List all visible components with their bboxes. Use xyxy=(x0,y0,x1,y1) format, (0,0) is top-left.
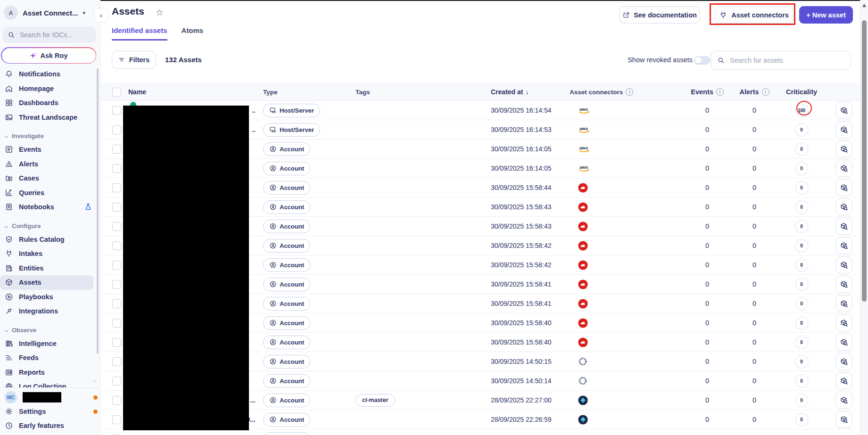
asset-details-button[interactable] xyxy=(835,256,852,273)
sidebar-item-intelligence[interactable]: Intelligence xyxy=(0,337,100,351)
sidebar-item-events[interactable]: Events xyxy=(0,142,100,157)
asset-details-button[interactable] xyxy=(835,102,852,119)
column-header-alerts[interactable]: Alertsi xyxy=(736,88,773,96)
sidebar-item-assets[interactable]: Assets xyxy=(0,275,93,290)
asset-details-button[interactable] xyxy=(835,218,852,235)
info-icon[interactable]: i xyxy=(716,88,724,96)
favorite-star-icon[interactable]: ☆ xyxy=(156,7,164,18)
criticality-badge: 0 xyxy=(795,394,809,407)
workspace-switcher[interactable]: A Asset Connect... ▾ xyxy=(4,6,96,20)
user-menu[interactable]: MC xyxy=(0,390,100,404)
created-at: 30/09/2025 14:50:14 xyxy=(450,377,563,385)
asset-details-button[interactable] xyxy=(835,179,852,196)
row-checkbox[interactable] xyxy=(112,415,121,424)
tab-identified-assets[interactable]: Identified assets xyxy=(112,26,167,41)
row-checkbox[interactable] xyxy=(112,357,121,366)
asset-details-button[interactable] xyxy=(835,276,852,293)
search-icon xyxy=(8,31,15,39)
sidebar-item-intakes[interactable]: Intakes xyxy=(0,246,100,261)
row-checkbox[interactable] xyxy=(112,222,121,231)
created-at: 30/09/2025 16:14:54 xyxy=(450,107,563,114)
row-checkbox[interactable] xyxy=(112,145,121,154)
see-documentation-button[interactable]: See documentation xyxy=(619,6,700,24)
row-checkbox[interactable] xyxy=(112,319,121,328)
asset-details-button[interactable] xyxy=(835,237,852,254)
filters-button[interactable]: Filters xyxy=(112,51,156,69)
row-checkbox[interactable] xyxy=(112,164,121,173)
row-checkbox[interactable] xyxy=(112,396,121,405)
sidebar-item-notifications[interactable]: Notifications xyxy=(0,67,100,82)
asset-details-button[interactable] xyxy=(835,295,852,312)
column-header-tags[interactable]: Tags xyxy=(355,89,450,96)
sidebar-item-playbooks[interactable]: Playbooks xyxy=(0,290,100,304)
annotation-highlight-rect xyxy=(710,3,795,25)
row-checkbox[interactable] xyxy=(112,106,121,115)
ioc-search[interactable] xyxy=(3,27,96,43)
sidebar-section-observe[interactable]: Observe xyxy=(0,319,100,337)
asset-details-button[interactable] xyxy=(835,334,852,351)
navy-diamond-connector-icon xyxy=(578,395,588,405)
sort-desc-icon[interactable]: ↓ xyxy=(525,88,529,96)
info-icon[interactable]: i xyxy=(626,88,633,96)
sidebar-item-rules-catalog[interactable]: Rules Catalog xyxy=(0,232,100,247)
sidebar-item-log-collection[interactable]: Log Collection xyxy=(0,379,100,387)
show-revoked-toggle[interactable] xyxy=(694,56,711,65)
tab-atoms[interactable]: Atoms xyxy=(182,26,204,41)
row-checkbox[interactable] xyxy=(112,125,121,134)
row-checkbox[interactable] xyxy=(112,377,121,386)
row-checkbox[interactable] xyxy=(112,183,121,192)
row-checkbox[interactable] xyxy=(112,261,121,270)
sidebar-item-cases[interactable]: Cases xyxy=(0,171,100,186)
sidebar-item-settings[interactable]: Settings xyxy=(0,404,100,419)
column-header-criticality[interactable]: Criticality xyxy=(773,88,830,96)
sidebar-section-configure[interactable]: Configure xyxy=(0,214,100,232)
row-checkbox[interactable] xyxy=(112,203,121,212)
row-checkbox[interactable] xyxy=(112,299,121,308)
asset-details-button[interactable] xyxy=(835,372,852,389)
column-header-created-at[interactable]: Created at↓ xyxy=(450,88,563,96)
ioc-search-input[interactable] xyxy=(19,31,87,39)
sidebar-item-reports[interactable]: Reports xyxy=(0,365,100,380)
sidebar-item-homepage[interactable]: Homepage xyxy=(0,82,100,96)
sidebar-item-entities[interactable]: Entities xyxy=(0,261,100,276)
page-scrollbar[interactable] xyxy=(860,0,868,435)
sidebar-item-notebooks[interactable]: Notebooks xyxy=(0,200,100,214)
asset-details-button[interactable] xyxy=(835,353,852,370)
sidebar-item-early-features[interactable]: Early features xyxy=(0,419,100,433)
sidebar-section-investigate[interactable]: Investigate xyxy=(0,124,100,142)
scroll-down-icon[interactable] xyxy=(92,377,98,386)
scrollbar-thumb[interactable] xyxy=(862,20,867,302)
sidebar-item-alerts[interactable]: Alerts xyxy=(0,157,100,172)
info-icon[interactable]: i xyxy=(762,88,769,96)
alerts-count: 0 xyxy=(736,319,773,327)
new-asset-button[interactable]: + New asset xyxy=(799,6,853,24)
sidebar-item-dashboards[interactable]: Dashboards xyxy=(0,96,100,110)
asset-details-button[interactable] xyxy=(835,121,852,138)
row-checkbox[interactable] xyxy=(112,241,121,250)
select-all-checkbox[interactable] xyxy=(112,88,121,97)
scroll-up-icon[interactable] xyxy=(862,4,866,7)
column-header-name[interactable]: Name xyxy=(127,88,263,96)
asset-search-input[interactable] xyxy=(729,56,839,65)
sidebar-item-integrations[interactable]: Integrations xyxy=(0,304,100,319)
row-checkbox[interactable] xyxy=(112,280,121,289)
row-checkbox[interactable] xyxy=(112,338,121,347)
sidebar-item-feeds[interactable]: Feeds xyxy=(0,351,100,365)
asset-details-button[interactable] xyxy=(835,198,852,215)
events-count: 0 xyxy=(679,300,736,307)
bell-icon xyxy=(5,70,13,78)
sidebar-collapse-button[interactable]: ‹ xyxy=(94,8,108,23)
sidebar-item-queries[interactable]: Queries xyxy=(0,186,100,200)
asset-details-button[interactable] xyxy=(835,411,852,428)
column-header-events[interactable]: Eventsi xyxy=(679,88,736,96)
ask-roy-button[interactable]: Ask Roy xyxy=(1,47,96,64)
asset-details-button[interactable] xyxy=(835,314,852,331)
asset-details-button[interactable] xyxy=(835,160,852,177)
asset-search[interactable] xyxy=(711,51,851,70)
asset-details-button[interactable] xyxy=(835,392,852,409)
column-header-type[interactable]: Type xyxy=(263,89,355,96)
sidebar-item-threat-landscape[interactable]: Threat Landscape xyxy=(0,110,100,125)
asset-details-button[interactable] xyxy=(835,140,852,157)
sidebar-scrollbar[interactable] xyxy=(97,68,99,354)
column-header-asset-connectors[interactable]: Asset connectorsi xyxy=(563,88,679,96)
